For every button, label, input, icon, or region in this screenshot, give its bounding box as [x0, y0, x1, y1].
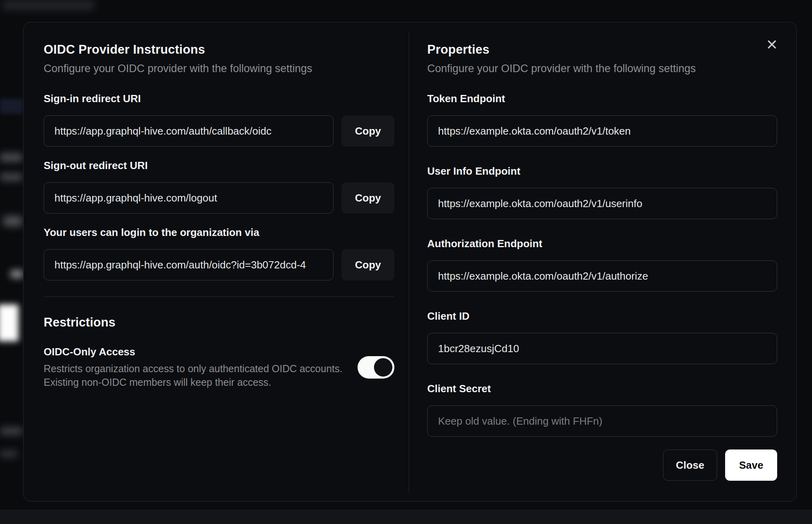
blurred-background-element — [0, 427, 22, 435]
login-url-row: Copy — [44, 249, 394, 280]
user-info-endpoint-row — [427, 188, 777, 219]
blurred-background-element — [0, 450, 18, 457]
authorization-endpoint-input[interactable] — [427, 260, 777, 292]
blurred-background-highlight — [0, 304, 18, 341]
copy-button[interactable]: Copy — [342, 115, 394, 147]
close-icon[interactable]: ✕ — [766, 38, 778, 52]
blurred-background-element — [0, 173, 22, 181]
properties-column: ✕ Properties Configure your OIDC provide… — [409, 22, 796, 501]
client-id-row — [427, 333, 777, 364]
login-url-input[interactable] — [44, 249, 334, 280]
client-secret-input[interactable] — [427, 405, 777, 437]
authorization-endpoint-label: Authorization Endpoint — [427, 238, 777, 250]
client-secret-label: Client Secret — [427, 383, 777, 395]
token-endpoint-label: Token Endpoint — [427, 93, 777, 105]
oidc-only-access-row: OIDC-Only Access Restricts organization … — [44, 346, 394, 389]
signin-redirect-uri-input[interactable] — [44, 115, 334, 147]
blurred-background-element — [0, 153, 22, 162]
token-endpoint-row — [427, 115, 777, 147]
close-button[interactable]: Close — [663, 449, 717, 481]
blurred-background-element — [3, 216, 22, 226]
section-divider — [44, 296, 394, 297]
signout-redirect-uri-row: Copy — [44, 182, 394, 214]
login-url-label: Your users can login to the organization… — [44, 226, 394, 239]
oidc-only-access-description: Restricts organization access to only au… — [44, 362, 342, 389]
token-endpoint-input[interactable] — [427, 115, 777, 147]
blurred-background-element — [0, 99, 23, 114]
blurred-background-text — [2, 1, 94, 10]
oidc-only-access-label: OIDC-Only Access — [44, 346, 342, 358]
copy-button[interactable]: Copy — [342, 182, 394, 214]
user-info-endpoint-label: User Info Endpoint — [427, 165, 777, 177]
properties-subtitle: Configure your OIDC provider with the fo… — [427, 62, 777, 75]
save-button[interactable]: Save — [725, 449, 777, 481]
oidc-settings-dialog: OIDC Provider Instructions Configure you… — [23, 22, 797, 502]
properties-title: Properties — [427, 42, 777, 57]
copy-button[interactable]: Copy — [342, 249, 394, 280]
instructions-column: OIDC Provider Instructions Configure you… — [24, 22, 409, 501]
dialog-actions: Close Save — [427, 449, 777, 481]
blurred-background-element — [10, 270, 23, 278]
oidc-only-access-toggle[interactable] — [358, 356, 394, 379]
client-id-label: Client ID — [427, 310, 777, 322]
toggle-knob — [374, 358, 392, 377]
signout-redirect-uri-label: Sign-out redirect URI — [44, 159, 394, 172]
instructions-title: OIDC Provider Instructions — [44, 42, 394, 57]
signin-redirect-uri-row: Copy — [44, 115, 394, 147]
signout-redirect-uri-input[interactable] — [44, 182, 334, 214]
client-secret-row — [427, 405, 777, 437]
user-info-endpoint-input[interactable] — [427, 188, 777, 219]
client-id-input[interactable] — [427, 333, 777, 364]
oidc-only-access-text: OIDC-Only Access Restricts organization … — [44, 346, 342, 389]
instructions-subtitle: Configure your OIDC provider with the fo… — [44, 62, 394, 75]
signin-redirect-uri-label: Sign-in redirect URI — [44, 93, 394, 105]
page-bottom-strip — [0, 510, 812, 524]
authorization-endpoint-row — [427, 260, 777, 292]
restrictions-title: Restrictions — [44, 315, 394, 330]
